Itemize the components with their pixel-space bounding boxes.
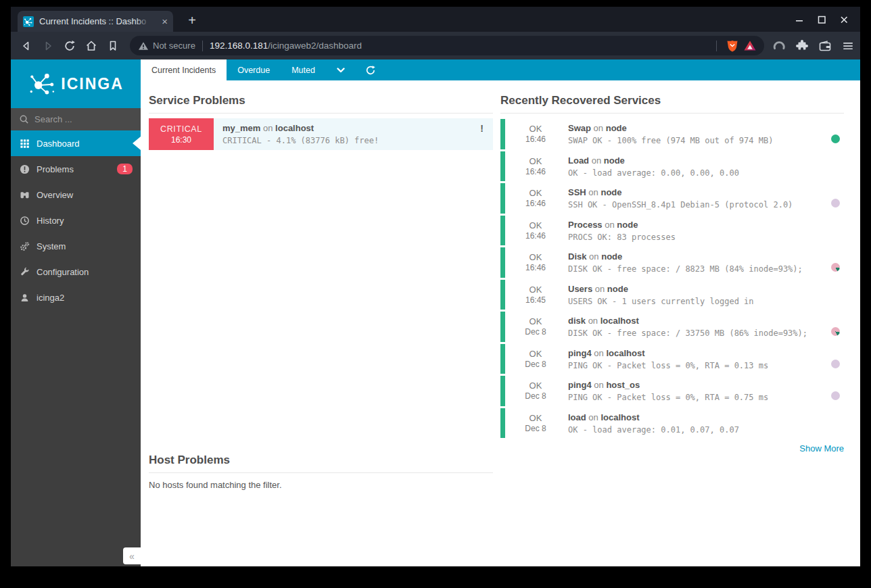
check-output: DISK OK - free space: / 33750 MB (86% in… xyxy=(568,328,826,338)
browser-titlebar: Current Incidents :: Dashbo × + xyxy=(11,7,860,32)
tab-current-incidents[interactable]: Current Incidents xyxy=(141,59,227,80)
recovered-service-row[interactable]: OK Dec 8 ping4 on host_os PING OK - Pack… xyxy=(500,375,844,408)
new-tab-button[interactable]: + xyxy=(183,11,202,29)
browser-tab[interactable]: Current Incidents :: Dashbo × xyxy=(18,11,173,32)
sidebar-item-problems[interactable]: Problems 1 xyxy=(11,156,141,182)
perfdata-pie-icon xyxy=(831,360,840,368)
wallet-icon xyxy=(818,39,832,53)
service-name: Process xyxy=(568,220,603,230)
state-label: OK xyxy=(505,220,566,230)
icingaweb-page: ICINGA Da xyxy=(11,59,860,566)
ok-state-bar xyxy=(500,312,505,342)
state-time: Dec 8 xyxy=(505,360,566,369)
ok-state-bar xyxy=(500,376,505,406)
sidebar-item-system[interactable]: System xyxy=(11,233,141,259)
url-host: 192.168.0.181 xyxy=(210,41,268,51)
browser-toolbar: Not secure 192.168.0.181/icingaweb2/dash… xyxy=(11,32,860,59)
service-name: disk xyxy=(568,316,586,326)
sidebar-item-label: Overview xyxy=(37,190,73,200)
host-name: localhost xyxy=(601,412,639,422)
forward-button[interactable] xyxy=(38,36,58,56)
recovered-service-row[interactable]: OK 16:46 Process on node PROCS OK: 83 pr… xyxy=(500,215,844,247)
window-close-button[interactable] xyxy=(832,10,855,29)
binoculars-icon xyxy=(19,189,30,200)
not-secure-label: Not secure xyxy=(153,41,195,51)
browser-window: Current Incidents :: Dashbo × + xyxy=(11,7,860,566)
url-text[interactable]: 192.168.0.181/icingaweb2/dashboard xyxy=(210,41,709,51)
reload-icon xyxy=(63,39,76,53)
bookmark-button[interactable] xyxy=(103,36,123,56)
service-name: ping4 xyxy=(568,348,592,358)
state-time: 16:46 xyxy=(505,134,566,144)
search-icon xyxy=(19,114,29,124)
warning-triangle-icon xyxy=(138,41,149,51)
recovered-service-row[interactable]: OK Dec 8 ping4 on localhost PING OK - Pa… xyxy=(500,343,844,376)
host-name: localhost xyxy=(601,316,639,326)
on-label: on xyxy=(595,284,605,294)
extensions-button[interactable] xyxy=(793,36,811,55)
address-bar[interactable]: Not secure 192.168.0.181/icingaweb2/dash… xyxy=(130,36,764,55)
on-label: on xyxy=(594,348,603,358)
home-button[interactable] xyxy=(81,36,101,56)
show-more-link[interactable]: Show More xyxy=(500,443,844,454)
recovered-service-row[interactable]: OK 16:46 Swap on node SWAP OK - 100% fre… xyxy=(500,118,844,151)
recovered-service-row[interactable]: OK Dec 8 disk on localhost DISK OK - fre… xyxy=(500,311,844,343)
sidebar-item-label: Dashboard xyxy=(37,139,80,149)
back-button[interactable] xyxy=(16,36,37,56)
recovered-service-row[interactable]: OK 16:46 SSH on node SSH OK - OpenSSH_8.… xyxy=(500,182,844,215)
recovered-rows: OK 16:46 Swap on node SWAP OK - 100% fre… xyxy=(500,118,844,439)
host-name: node xyxy=(601,187,621,197)
recovered-service-row[interactable]: OK 16:45 Users on node USERS OK - 1 user… xyxy=(500,279,844,312)
service-name: ping4 xyxy=(568,380,592,390)
check-output: USERS OK - 1 users currently logged in xyxy=(568,297,826,306)
search-input[interactable] xyxy=(34,114,122,124)
tab-muted[interactable]: Muted xyxy=(281,59,326,80)
section-title-host-problems: Host Problems xyxy=(149,454,493,473)
dashboard-grid-icon xyxy=(19,138,30,149)
brave-shields-button[interactable] xyxy=(724,37,741,55)
host-name: node xyxy=(617,220,638,230)
reload-button[interactable] xyxy=(60,36,80,56)
service-name: SSH xyxy=(568,187,586,197)
state-label: OK xyxy=(505,252,566,262)
on-label: on xyxy=(588,316,598,326)
tab-title-fade xyxy=(135,14,153,30)
close-icon xyxy=(839,14,849,25)
window-minimize-button[interactable] xyxy=(788,10,810,29)
host-name: localhost xyxy=(606,348,644,358)
icinga-logo[interactable]: ICINGA xyxy=(11,59,141,108)
urlbar-divider-right xyxy=(716,41,717,51)
service-name: Disk xyxy=(568,251,586,262)
sidebar-item-history[interactable]: History xyxy=(11,207,141,233)
window-maximize-button[interactable] xyxy=(810,10,832,29)
browser-menu-button[interactable] xyxy=(839,36,857,55)
wallet-button[interactable] xyxy=(816,36,834,55)
sidebar-item-overview[interactable]: Overview xyxy=(11,182,141,207)
brave-rewards-button[interactable] xyxy=(741,37,759,55)
user-icon xyxy=(19,292,30,303)
sidebar-item-icinga2-user[interactable]: icinga2 xyxy=(11,285,141,310)
vpn-button[interactable] xyxy=(770,36,788,55)
state-time: 16:46 xyxy=(505,231,566,241)
sidebar-item-configuration[interactable]: Configuration xyxy=(11,259,141,285)
dashlet-dropdown-button[interactable] xyxy=(326,59,356,80)
host-name: node xyxy=(604,155,625,166)
recovered-service-row[interactable]: OK Dec 8 load on localhost OK - load ave… xyxy=(500,408,844,440)
sidebar-item-dashboard[interactable]: Dashboard xyxy=(11,130,141,156)
tab-overdue[interactable]: Overdue xyxy=(227,59,281,80)
refresh-button[interactable] xyxy=(356,59,385,80)
not-secure-chip[interactable]: Not secure xyxy=(138,41,195,51)
sidebar-collapse-button[interactable]: « xyxy=(123,547,141,564)
ok-state-bar xyxy=(500,408,505,439)
desktop: { "browser": { "tab_title": "Current Inc… xyxy=(0,0,871,588)
sidebar-search xyxy=(11,108,141,130)
state-time: 16:30 xyxy=(171,135,191,145)
state-label: OK xyxy=(505,188,566,198)
recovered-service-row[interactable]: OK 16:46 Disk on node DISK OK - free spa… xyxy=(500,247,844,279)
state-label: CRITICAL xyxy=(160,124,202,134)
recovered-service-row[interactable]: OK 16:46 Load on node OK - load average:… xyxy=(500,151,844,183)
chevron-down-icon xyxy=(335,65,346,76)
service-problem-row[interactable]: CRITICAL 16:30 my_mem on localhost CRITI… xyxy=(149,118,493,150)
on-label: on xyxy=(263,123,273,133)
tab-close-button[interactable]: × xyxy=(162,16,168,26)
